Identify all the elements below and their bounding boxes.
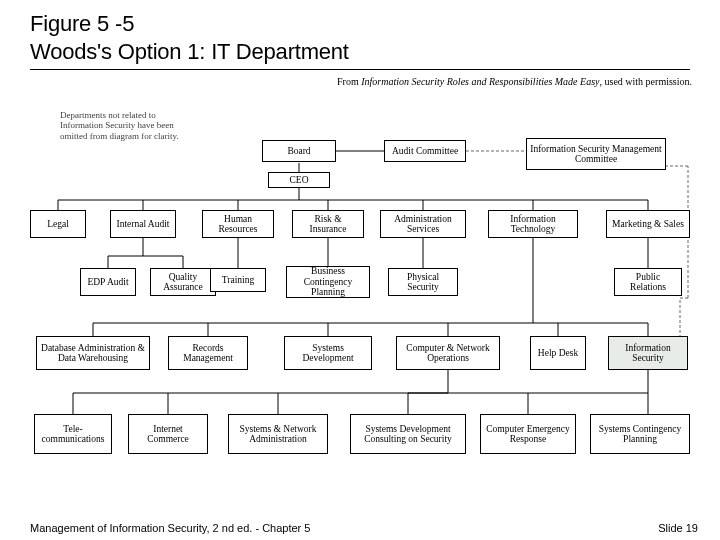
node-infosec: Information Security <box>608 336 688 370</box>
figure-number: Figure 5 -5 <box>30 10 690 38</box>
node-board: Board <box>262 140 336 162</box>
node-training: Training <box>210 268 266 292</box>
title-block: Figure 5 -5 Woods's Option 1: IT Departm… <box>0 0 720 74</box>
attribution-source: Information Security Roles and Responsib… <box>361 76 599 87</box>
attribution: From Information Security Roles and Resp… <box>0 74 720 87</box>
node-it: Information Technology <box>488 210 578 238</box>
node-edp-audit: EDP Audit <box>80 268 136 296</box>
node-bcp: Business Contingency Planning <box>286 266 370 298</box>
node-scp: Systems Contingency Planning <box>590 414 690 454</box>
title-rule <box>30 69 690 70</box>
attribution-prefix: From <box>337 76 361 87</box>
node-ceo: CEO <box>268 172 330 188</box>
node-qa: Quality Assurance <box>150 268 216 296</box>
footer: Management of Information Security, 2 nd… <box>30 522 698 534</box>
node-dba: Database Administration & Data Warehousi… <box>36 336 150 370</box>
node-cno: Computer & Network Operations <box>396 336 500 370</box>
footer-right: Slide 19 <box>658 522 698 534</box>
node-telecom: Tele- communications <box>34 414 112 454</box>
attribution-suffix: , used with permission. <box>600 76 693 87</box>
node-sys-dev: Systems Development <box>284 336 372 370</box>
node-sna: Systems & Network Administration <box>228 414 328 454</box>
node-sdcs: Systems Development Consulting on Securi… <box>350 414 466 454</box>
node-internet-commerce: Internet Commerce <box>128 414 208 454</box>
node-legal: Legal <box>30 210 86 238</box>
connector-lines <box>28 138 700 510</box>
node-audit-committee: Audit Committee <box>384 140 466 162</box>
node-help-desk: Help Desk <box>530 336 586 370</box>
figure-title: Woods's Option 1: IT Department <box>30 38 690 66</box>
footer-left: Management of Information Security, 2 nd… <box>30 522 310 534</box>
node-admin-services: Administration Services <box>380 210 466 238</box>
node-public-relations: Public Relations <box>614 268 682 296</box>
clarity-note: Departments not related to Information S… <box>60 110 190 141</box>
node-risk-insurance: Risk & Insurance <box>292 210 364 238</box>
org-chart: Board Audit Committee Information Securi… <box>28 138 700 510</box>
node-cer: Computer Emergency Response <box>480 414 576 454</box>
node-hr: Human Resources <box>202 210 274 238</box>
node-ismc: Information Security Management Committe… <box>526 138 666 170</box>
node-marketing-sales: Marketing & Sales <box>606 210 690 238</box>
node-internal-audit: Internal Audit <box>110 210 176 238</box>
node-physical-security: Physical Security <box>388 268 458 296</box>
node-records: Records Management <box>168 336 248 370</box>
